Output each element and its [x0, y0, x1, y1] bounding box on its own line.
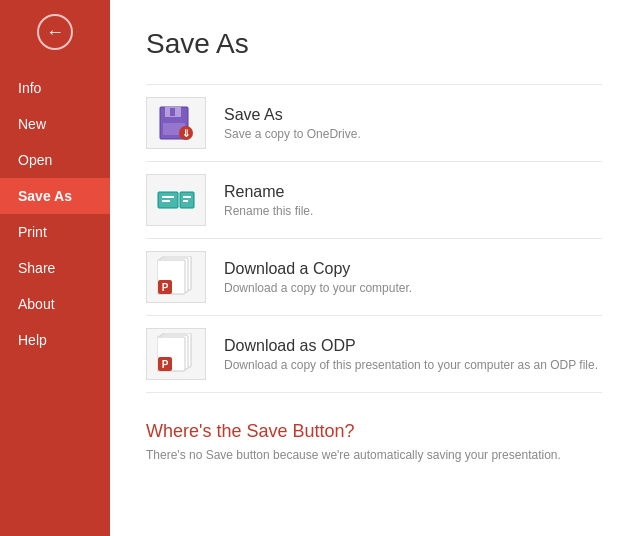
back-circle-icon: ← — [37, 14, 73, 50]
download-odp-option-text: Download as ODPDownload a copy of this p… — [224, 337, 598, 372]
sidebar-item-about[interactable]: About — [0, 286, 110, 322]
download-copy-option-icon: P — [146, 251, 206, 303]
download-odp-option[interactable]: P Download as ODPDownload a copy of this… — [146, 316, 602, 393]
download-copy-option-title: Download a Copy — [224, 260, 412, 278]
sidebar-item-save-as[interactable]: Save As — [0, 178, 110, 214]
back-button[interactable]: ← — [0, 0, 110, 64]
download-copy-option[interactable]: P Download a CopyDownload a copy to your… — [146, 239, 602, 316]
sidebar-item-print[interactable]: Print — [0, 214, 110, 250]
save-question-title: Where's the Save Button? — [146, 421, 602, 442]
save-question-section: Where's the Save Button? There's no Save… — [146, 421, 602, 462]
save-as-option-icon: ⇓ — [146, 97, 206, 149]
svg-rect-8 — [162, 200, 170, 202]
sidebar-item-help[interactable]: Help — [0, 322, 110, 358]
download-copy-option-desc: Download a copy to your computer. — [224, 281, 412, 295]
sidebar-item-info[interactable]: Info — [0, 70, 110, 106]
svg-text:P: P — [162, 359, 169, 370]
svg-text:P: P — [162, 282, 169, 293]
sidebar: ← InfoNewOpenSave AsPrintShareAboutHelp — [0, 0, 110, 536]
svg-text:⇓: ⇓ — [182, 128, 190, 139]
sidebar-item-new[interactable]: New — [0, 106, 110, 142]
rename-option[interactable]: RenameRename this file. — [146, 162, 602, 239]
rename-option-text: RenameRename this file. — [224, 183, 313, 218]
sidebar-item-open[interactable]: Open — [0, 142, 110, 178]
save-question-desc: There's no Save button because we're aut… — [146, 448, 602, 462]
download-odp-option-title: Download as ODP — [224, 337, 598, 355]
option-list: ⇓ Save AsSave a copy to OneDrive. Rename… — [146, 84, 602, 393]
save-as-option-desc: Save a copy to OneDrive. — [224, 127, 361, 141]
save-as-option-title: Save As — [224, 106, 361, 124]
rename-option-icon — [146, 174, 206, 226]
download-copy-option-text: Download a CopyDownload a copy to your c… — [224, 260, 412, 295]
page-title: Save As — [146, 28, 602, 60]
main-content: Save As ⇓ Save AsSave a copy to OneDrive… — [110, 0, 638, 536]
download-odp-option-icon: P — [146, 328, 206, 380]
svg-rect-2 — [170, 108, 175, 116]
sidebar-nav: InfoNewOpenSave AsPrintShareAboutHelp — [0, 70, 110, 358]
download-odp-option-desc: Download a copy of this presentation to … — [224, 358, 598, 372]
svg-rect-10 — [183, 196, 191, 198]
rename-option-title: Rename — [224, 183, 313, 201]
rename-option-desc: Rename this file. — [224, 204, 313, 218]
save-as-option[interactable]: ⇓ Save AsSave a copy to OneDrive. — [146, 84, 602, 162]
svg-rect-11 — [183, 200, 188, 202]
svg-rect-7 — [162, 196, 174, 198]
sidebar-item-share[interactable]: Share — [0, 250, 110, 286]
save-as-option-text: Save AsSave a copy to OneDrive. — [224, 106, 361, 141]
